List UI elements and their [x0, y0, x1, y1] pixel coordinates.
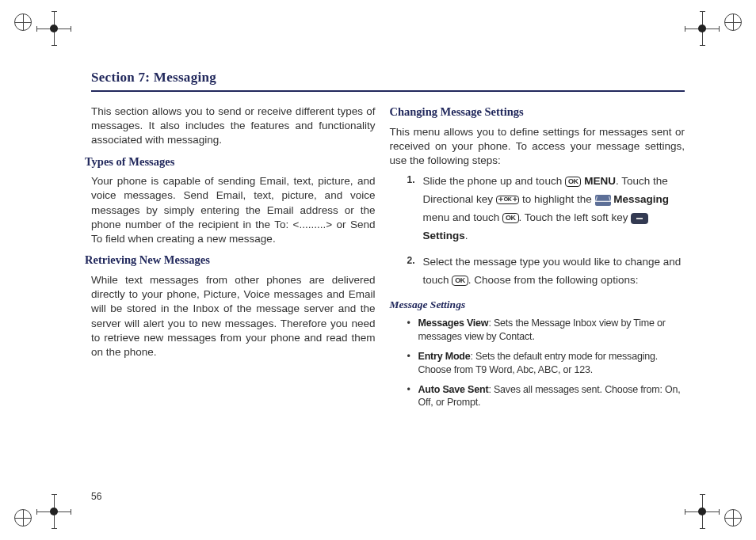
- step2-text-b: . Choose from the following options:: [468, 274, 639, 286]
- list-item: •Auto Save Sent: Saves all messages sent…: [407, 383, 685, 410]
- section-title: Section 7: Messaging: [91, 70, 685, 92]
- page-number: 56: [91, 491, 101, 502]
- heading-message-settings: Message Settings: [390, 298, 685, 312]
- intro-paragraph: This section allows you to send or recei…: [91, 105, 376, 148]
- right-column: Changing Message Settings This menu allo…: [401, 105, 685, 416]
- changing-intro: This menu allows you to define settings …: [390, 125, 685, 169]
- crop-mark-top-left: [14, 11, 59, 55]
- list-item: •Entry Mode: Sets the default entry mode…: [407, 350, 685, 377]
- messaging-envelope-icon: [595, 195, 611, 206]
- step1-text-e: . Touch the left soft key: [519, 211, 632, 223]
- retrieve-body: While text messages from other phones ar…: [91, 273, 376, 359]
- left-column: This section allows you to send or recei…: [91, 105, 376, 416]
- messaging-label: Messaging: [613, 193, 669, 205]
- step1-text-c: to highlight the: [522, 193, 595, 205]
- message-settings-bullets: •Messages View: Sets the Message Inbox v…: [407, 317, 685, 409]
- step-1: 1. Slide the phone up and touch OK MENU.…: [407, 173, 685, 245]
- heading-types-of-messages: Types of Messages: [85, 154, 376, 170]
- step1-text-a: Slide the phone up and touch: [423, 175, 565, 187]
- bullet-term: Messages View: [418, 318, 489, 329]
- directional-key-icon: ✛ OK ✛: [496, 196, 519, 203]
- step-2: 2. Select the message type you would lik…: [407, 253, 685, 290]
- crop-mark-top-right: [697, 11, 742, 55]
- settings-steps: 1. Slide the phone up and touch OK MENU.…: [407, 173, 685, 290]
- bullet-icon: •: [407, 383, 418, 410]
- bullet-body: Entry Mode: Sets the default entry mode …: [418, 350, 685, 377]
- types-body: Your phone is capable of sending Email, …: [91, 174, 376, 246]
- page-content: Section 7: Messaging This section allows…: [91, 70, 685, 492]
- bullet-icon: •: [407, 350, 418, 377]
- step-number: 1.: [407, 173, 423, 186]
- bullet-icon: •: [407, 317, 418, 344]
- crop-mark-bottom-left: [14, 485, 59, 529]
- bullet-body: Messages View: Sets the Message Inbox vi…: [418, 317, 685, 344]
- step-number: 2.: [407, 253, 423, 267]
- menu-label: MENU: [584, 175, 616, 187]
- settings-label: Settings: [423, 230, 465, 241]
- left-soft-key-icon: [631, 213, 648, 224]
- heading-changing-message-settings: Changing Message Settings: [390, 105, 685, 120]
- ok-key-icon: OK: [502, 213, 519, 223]
- bullet-term: Entry Mode: [418, 351, 471, 362]
- list-item: •Messages View: Sets the Message Inbox v…: [407, 317, 685, 344]
- heading-retrieving-new-messages: Retrieving New Messages: [85, 253, 376, 268]
- step1-text-d: menu and touch: [423, 211, 503, 223]
- step1-text-f: .: [465, 230, 468, 241]
- bullet-term: Auto Save Sent: [418, 384, 489, 395]
- ok-key-icon: OK: [452, 276, 468, 286]
- crop-mark-bottom-right: [697, 485, 742, 529]
- ok-key-icon: OK: [565, 177, 582, 187]
- bullet-body: Auto Save Sent: Saves all messages sent.…: [418, 383, 685, 410]
